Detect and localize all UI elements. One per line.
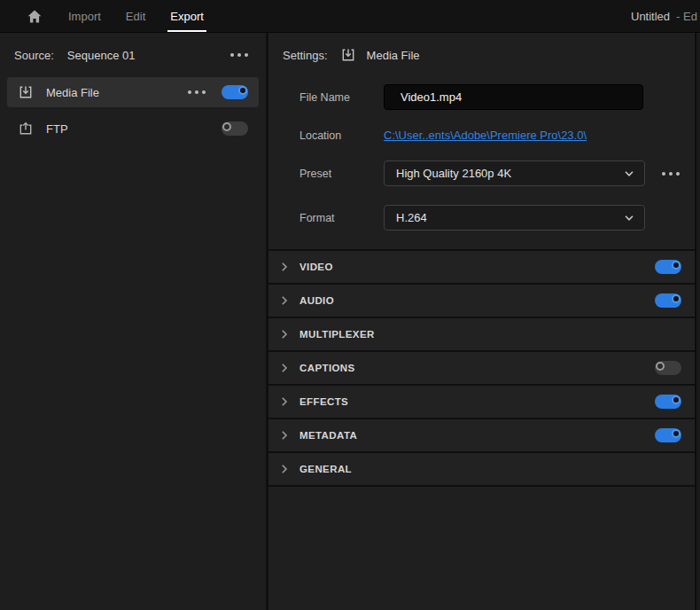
chevron-right-icon xyxy=(281,262,288,272)
preset-label: Preset xyxy=(299,168,384,180)
destination-label: Media File xyxy=(46,86,99,99)
location-label: Location xyxy=(299,129,384,142)
effects-toggle[interactable] xyxy=(655,395,681,409)
window-title: Untitled - Ed xyxy=(631,0,697,32)
tab-edit[interactable]: Edit xyxy=(123,0,148,32)
source-panel: Source: Sequence 01 Media File xyxy=(0,33,268,610)
section-label: AUDIO xyxy=(299,295,334,306)
settings-destination-name: Media File xyxy=(367,49,420,62)
source-label: Source: xyxy=(14,49,54,62)
chevron-down-icon xyxy=(624,215,634,222)
project-name: Untitled xyxy=(631,10,670,23)
audio-toggle[interactable] xyxy=(655,293,681,308)
source-panel-header: Source: Sequence 01 xyxy=(0,33,266,77)
video-toggle[interactable] xyxy=(655,260,681,274)
media-file-toggle[interactable] xyxy=(222,85,248,99)
source-menu-ellipsis-icon[interactable] xyxy=(227,50,252,60)
captions-toggle[interactable] xyxy=(655,361,681,375)
section-captions[interactable]: CAPTIONS xyxy=(268,352,695,386)
location-path-link[interactable]: C:\User..ents\Adobe\Premiere Pro\23.0\ xyxy=(384,129,587,142)
preset-value: High Quality 2160p 4K xyxy=(396,167,511,180)
export-settings-form: File Name Location C:\User..ents\Adobe\P… xyxy=(268,77,695,249)
project-name-suffix: - Ed xyxy=(676,10,697,23)
ftp-toggle[interactable] xyxy=(222,121,248,136)
file-name-input[interactable] xyxy=(384,84,643,110)
section-label: EFFECTS xyxy=(299,396,348,407)
upload-icon xyxy=(18,121,34,137)
section-multiplexer[interactable]: MULTIPLEXER xyxy=(268,318,695,352)
chevron-right-icon xyxy=(281,329,288,340)
tab-import[interactable]: Import xyxy=(66,0,104,32)
section-label: MULTIPLEXER xyxy=(299,329,375,340)
home-icon xyxy=(27,9,43,24)
export-workspace: Source: Sequence 01 Media File xyxy=(0,33,700,610)
format-value: H.264 xyxy=(396,211,427,224)
settings-label: Settings: xyxy=(283,49,328,62)
destination-label: FTP xyxy=(46,122,68,136)
chevron-down-icon xyxy=(624,170,634,177)
section-label: METADATA xyxy=(299,430,357,441)
settings-panel-header: Settings: Media File xyxy=(268,33,695,77)
section-general[interactable]: GENERAL xyxy=(268,453,695,487)
section-label: VIDEO xyxy=(299,262,333,272)
location-row: Location C:\User..ents\Adobe\Premiere Pr… xyxy=(299,129,695,142)
chevron-right-icon xyxy=(281,363,288,373)
adjacent-panel-edge xyxy=(695,33,700,610)
source-sequence-name: Sequence 01 xyxy=(67,49,136,62)
format-row: Format H.264 xyxy=(299,205,695,231)
section-label: GENERAL xyxy=(299,464,352,474)
preset-row: Preset High Quality 2160p 4K xyxy=(299,160,695,186)
tab-export[interactable]: Export xyxy=(167,0,206,32)
section-video[interactable]: VIDEO xyxy=(268,251,695,285)
format-dropdown[interactable]: H.264 xyxy=(384,205,645,231)
file-name-row: File Name xyxy=(299,84,695,110)
settings-sections-list: VIDEO AUDIO MULTIPLEXER xyxy=(268,249,695,487)
chevron-right-icon xyxy=(281,430,288,441)
app-top-bar: Import Edit Export Untitled - Ed xyxy=(0,0,700,33)
download-icon xyxy=(18,84,34,100)
download-icon xyxy=(340,47,356,63)
chevron-right-icon xyxy=(281,464,288,474)
destination-item-ftp[interactable]: FTP xyxy=(7,113,259,144)
file-name-label: File Name xyxy=(299,91,384,104)
settings-panel: Settings: Media File File Name Location … xyxy=(268,33,695,610)
home-button[interactable] xyxy=(27,9,43,24)
section-metadata[interactable]: METADATA xyxy=(268,419,695,453)
metadata-toggle[interactable] xyxy=(655,428,681,442)
preset-dropdown[interactable]: High Quality 2160p 4K xyxy=(384,160,645,186)
section-audio[interactable]: AUDIO xyxy=(268,285,695,318)
section-label: CAPTIONS xyxy=(299,363,355,373)
chevron-right-icon xyxy=(281,295,288,306)
section-effects[interactable]: EFFECTS xyxy=(268,386,695,419)
preset-menu-ellipsis-icon[interactable] xyxy=(658,168,683,179)
destination-item-media-file[interactable]: Media File xyxy=(7,77,259,107)
format-label: Format xyxy=(299,212,384,224)
settings-empty-area xyxy=(268,487,695,610)
media-file-menu-ellipsis-icon[interactable] xyxy=(184,87,209,98)
main-tabs: Import Edit Export xyxy=(66,0,226,32)
chevron-right-icon xyxy=(281,396,288,407)
